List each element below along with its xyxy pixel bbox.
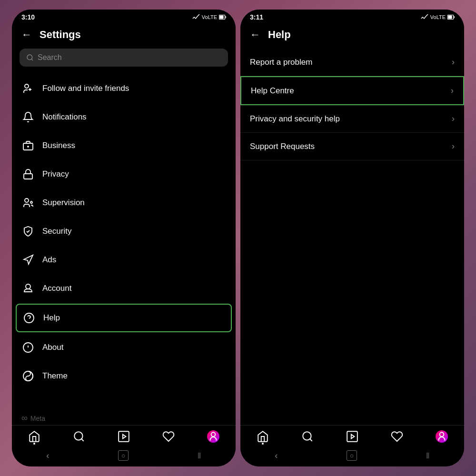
svg-marker-25 [351, 435, 355, 439]
android-recent-right[interactable]: ⦀ [426, 451, 430, 461]
nav-reels-right[interactable] [346, 430, 358, 443]
menu-item-ads[interactable]: Ads [12, 246, 236, 274]
nav-avatar-right[interactable] [436, 430, 448, 443]
svg-rect-18 [119, 431, 129, 442]
menu-item-theme[interactable]: Theme [12, 362, 236, 390]
signal-icon: VoLTE [202, 14, 217, 20]
svg-point-20 [211, 432, 216, 436]
help-spacer [240, 238, 464, 426]
right-phone: 3:11 VoLTE ← Help Report a problem › Hel… [240, 10, 464, 466]
status-time-left: 3:10 [21, 13, 35, 21]
menu-item-about[interactable]: About [12, 333, 236, 362]
about-icon [21, 341, 35, 354]
security-label: Security [42, 227, 226, 236]
svg-point-11 [24, 313, 34, 323]
android-home[interactable]: ○ [118, 450, 129, 461]
menu-item-account[interactable]: Account [12, 274, 236, 303]
android-home-right[interactable]: ○ [347, 450, 357, 461]
bottom-nav-left [12, 425, 236, 446]
meta-footer: ∞ Meta [12, 407, 236, 425]
support-label: Support Requests [250, 142, 452, 151]
chevron-support: › [452, 141, 455, 151]
android-nav-right: ‹ ○ ⦀ [240, 446, 464, 466]
nav-heart[interactable] [162, 430, 175, 443]
help-label: Help [43, 313, 225, 323]
status-icons-left: VoLTE [192, 14, 226, 20]
privacy-help-label: Privacy and security help [250, 114, 452, 124]
theme-label: Theme [42, 371, 226, 381]
notifications-label: Notifications [42, 112, 226, 122]
help-title: Help [268, 29, 291, 41]
svg-rect-1 [220, 16, 223, 19]
lock-icon [21, 168, 35, 181]
status-icons-right: VoLTE [421, 14, 455, 20]
theme-icon [21, 369, 35, 383]
left-phone: 3:10 VoLTE ← Settings Search Follow and … [12, 10, 236, 466]
settings-menu: Follow and invite friends Notifications … [12, 72, 236, 407]
supervision-label: Supervision [42, 198, 226, 208]
help-item-support[interactable]: Support Requests › [240, 133, 464, 160]
help-centre-label: Help Centre [251, 86, 451, 96]
business-label: Business [42, 141, 226, 150]
nav-search[interactable] [73, 430, 85, 443]
settings-title: Settings [40, 29, 81, 41]
nav-heart-right[interactable] [391, 430, 403, 443]
status-time-right: 3:11 [250, 13, 263, 21]
menu-item-help[interactable]: Help [16, 304, 232, 332]
nav-home-right[interactable] [257, 430, 269, 443]
help-header: ← Help [240, 23, 464, 47]
svg-point-3 [25, 84, 29, 88]
help-item-centre[interactable]: Help Centre › [240, 76, 464, 105]
svg-point-8 [25, 198, 29, 202]
nav-avatar[interactable] [207, 430, 219, 443]
svg-marker-19 [123, 435, 126, 439]
menu-item-supervision[interactable]: Supervision [12, 188, 236, 217]
back-button-left[interactable]: ← [21, 29, 32, 41]
search-bar[interactable]: Search [20, 49, 228, 67]
svg-point-10 [26, 284, 30, 289]
svg-point-2 [27, 55, 32, 60]
android-recent[interactable]: ⦀ [198, 451, 201, 461]
chevron-report: › [452, 57, 455, 67]
back-button-right[interactable]: ← [250, 29, 260, 41]
svg-rect-22 [448, 16, 452, 19]
help-menu: Report a problem › Help Centre › Privacy… [240, 47, 464, 238]
svg-point-17 [74, 432, 82, 440]
menu-item-notifications[interactable]: Notifications [12, 103, 236, 131]
svg-point-26 [440, 432, 444, 436]
ads-icon [21, 253, 35, 267]
menu-item-security[interactable]: Security [12, 217, 236, 246]
search-placeholder: Search [38, 53, 62, 62]
ads-label: Ads [42, 255, 226, 265]
settings-header: ← Settings [12, 23, 236, 47]
android-nav-left: ‹ ○ ⦀ [12, 446, 236, 466]
bottom-nav-right [240, 425, 464, 446]
nav-reels[interactable] [118, 430, 130, 443]
help-item-report[interactable]: Report a problem › [240, 49, 464, 76]
status-bar-right: 3:11 VoLTE [240, 10, 464, 23]
security-icon [21, 225, 35, 238]
report-label: Report a problem [250, 58, 452, 67]
svg-rect-7 [24, 174, 32, 179]
account-label: Account [42, 284, 226, 293]
follow-icon [21, 82, 35, 95]
nav-search-right[interactable] [301, 430, 314, 443]
search-icon [26, 54, 34, 61]
avatar-right [436, 430, 448, 443]
android-back[interactable]: ‹ [46, 451, 49, 461]
menu-item-follow[interactable]: Follow and invite friends [12, 74, 236, 103]
svg-point-23 [303, 432, 311, 440]
avatar [207, 430, 219, 443]
meta-label: Meta [30, 415, 45, 422]
account-icon [21, 282, 35, 295]
android-back-right[interactable]: ‹ [275, 451, 278, 461]
follow-label: Follow and invite friends [42, 84, 226, 93]
menu-item-privacy[interactable]: Privacy [12, 160, 236, 188]
chevron-help-centre: › [451, 86, 454, 96]
nav-home[interactable] [28, 430, 40, 443]
business-icon [21, 139, 35, 152]
supervision-icon [21, 196, 35, 209]
menu-item-business[interactable]: Business [12, 131, 236, 160]
help-item-privacy[interactable]: Privacy and security help › [240, 105, 464, 133]
help-icon [22, 311, 36, 325]
